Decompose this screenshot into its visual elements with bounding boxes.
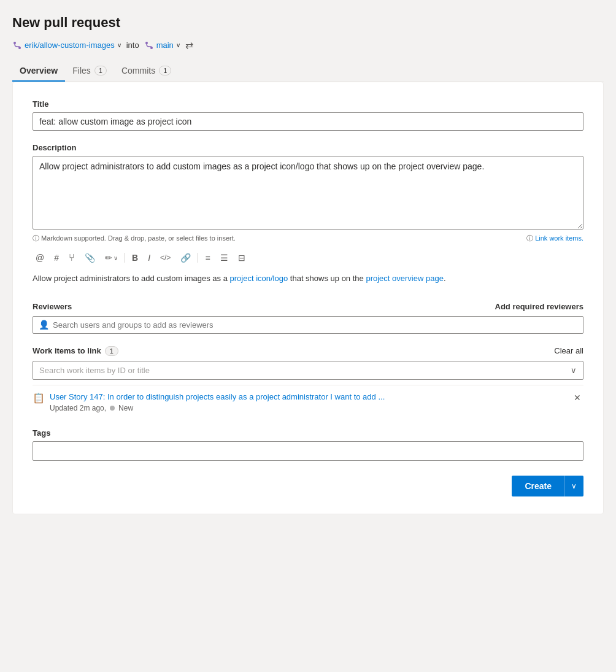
source-branch-selector[interactable]: erik/allow-custom-images ∨ <box>12 40 121 50</box>
work-item-meta: Updated 2m ago, New <box>50 404 566 412</box>
unordered-list-button[interactable]: ☰ <box>217 251 231 265</box>
description-label: Description <box>33 143 583 152</box>
markdown-hint-bar: ⓘ Markdown supported. Drag & drop, paste… <box>33 234 583 243</box>
tab-overview-label: Overview <box>20 66 58 75</box>
preview-link-project-overview[interactable]: project overview page <box>366 274 443 283</box>
reviewers-header: Reviewers Add required reviewers <box>33 302 583 311</box>
tab-bar: Overview Files 1 Commits 1 <box>12 61 604 82</box>
work-items-header: Work items to link 1 Clear all <box>33 346 583 356</box>
work-item-status-dot <box>110 406 115 411</box>
target-branch-selector[interactable]: main ∨ <box>144 40 180 50</box>
dropdown-chevron-icon: ∨ <box>571 366 577 375</box>
tags-label: Tags <box>33 428 583 438</box>
target-branch-chevron: ∨ <box>176 42 180 48</box>
description-textarea[interactable]: Allow project administrators to add cust… <box>33 156 583 230</box>
title-input[interactable] <box>33 112 583 131</box>
highlight-button[interactable]: ✏ ∨ <box>102 251 121 265</box>
reviewers-section: Reviewers Add required reviewers 👤 <box>33 302 583 334</box>
work-item-row: 📋 User Story 147: In order to distinguis… <box>33 385 583 416</box>
work-item-title[interactable]: User Story 147: In order to distinguish … <box>50 392 566 403</box>
tab-commits-badge: 1 <box>159 66 171 75</box>
work-item-updated: Updated 2m ago, <box>50 404 106 412</box>
svg-point-2 <box>145 42 148 44</box>
work-items-dropdown[interactable]: Search work items by ID or title ∨ <box>33 361 583 380</box>
info-icon: ⓘ <box>33 234 39 242</box>
into-text: into <box>126 41 139 50</box>
add-required-reviewers-link[interactable]: Add required reviewers <box>495 302 584 311</box>
tab-files-label: Files <box>72 66 91 75</box>
work-items-label: Work items to link 1 <box>33 346 118 356</box>
target-branch-icon <box>144 40 154 50</box>
source-branch-chevron: ∨ <box>117 42 121 48</box>
title-section: Title <box>33 99 583 131</box>
tags-section: Tags <box>33 428 583 461</box>
reviewers-label: Reviewers <box>33 302 72 311</box>
link-work-items-hint: ⓘ Link work items. <box>526 234 583 243</box>
link-button[interactable]: 🔗 <box>177 251 194 265</box>
tab-commits[interactable]: Commits 1 <box>114 61 179 82</box>
create-button[interactable]: Create <box>512 476 564 496</box>
code-button[interactable]: </> <box>157 252 174 264</box>
work-items-count-badge: 1 <box>105 346 118 356</box>
pr-reference-button[interactable]: ⑂ <box>66 250 78 265</box>
reviewers-search-icon: 👤 <box>39 320 49 330</box>
reviewers-search-input[interactable] <box>33 316 583 334</box>
toolbar-divider-1 <box>125 253 125 263</box>
preview-link-project-icon[interactable]: project icon/logo <box>230 274 288 283</box>
work-item-text: User Story 147: In order to distinguish … <box>50 392 566 412</box>
work-item-type-icon: 📋 <box>33 392 45 404</box>
work-item-content: 📋 User Story 147: In order to distinguis… <box>33 392 566 412</box>
tags-input[interactable] <box>33 441 583 461</box>
tab-files[interactable]: Files 1 <box>65 61 114 82</box>
tab-commits-label: Commits <box>121 66 155 75</box>
tab-overview[interactable]: Overview <box>12 61 65 82</box>
target-branch-label: main <box>156 41 174 50</box>
reviewers-search-container: 👤 <box>33 316 583 334</box>
tab-files-badge: 1 <box>94 66 107 75</box>
attach-button[interactable]: 📎 <box>82 251 98 265</box>
toolbar-divider-2 <box>198 253 198 263</box>
main-card: Title Description Allow project administ… <box>12 82 604 514</box>
bold-button[interactable]: B <box>129 251 141 265</box>
highlight-chevron: ∨ <box>114 255 118 261</box>
remove-work-item-button[interactable]: ✕ <box>571 392 583 404</box>
work-item-status: New <box>118 404 133 412</box>
hashtag-button[interactable]: # <box>51 251 62 265</box>
footer-actions: Create ∨ <box>33 476 583 496</box>
page-title: New pull request <box>12 15 604 31</box>
mention-button[interactable]: @ <box>33 251 47 265</box>
markdown-hint-text: ⓘ Markdown supported. Drag & drop, paste… <box>33 234 236 243</box>
work-items-section: Work items to link 1 Clear all Search wo… <box>33 346 583 416</box>
branch-icon <box>12 40 22 50</box>
description-section: Description Allow project administrators… <box>33 143 583 290</box>
clear-all-button[interactable]: Clear all <box>554 346 583 355</box>
create-btn-group: Create ∨ <box>512 476 583 496</box>
link-work-items-link[interactable]: Link work items. <box>535 234 583 242</box>
swap-branches-icon[interactable]: ⇄ <box>185 39 193 51</box>
create-dropdown-button[interactable]: ∨ <box>564 476 583 496</box>
description-preview: Allow project administrators to add cust… <box>33 268 583 290</box>
branch-bar: erik/allow-custom-images ∨ into main ∨ ⇄ <box>12 39 604 51</box>
work-items-label-text: Work items to link <box>33 346 101 355</box>
svg-point-0 <box>13 42 16 44</box>
source-branch-label: erik/allow-custom-images <box>25 41 115 50</box>
title-label: Title <box>33 99 583 109</box>
table-button[interactable]: ⊟ <box>235 251 248 265</box>
italic-button[interactable]: I <box>145 251 153 265</box>
create-dropdown-chevron-icon: ∨ <box>571 482 577 490</box>
highlight-icon: ✏ <box>105 253 112 263</box>
work-items-search-placeholder: Search work items by ID or title <box>39 366 150 375</box>
ordered-list-button[interactable]: ≡ <box>202 251 213 265</box>
editor-toolbar: @ # ⑂ 📎 ✏ ∨ B I </> 🔗 ≡ ☰ ⊟ <box>33 248 583 268</box>
